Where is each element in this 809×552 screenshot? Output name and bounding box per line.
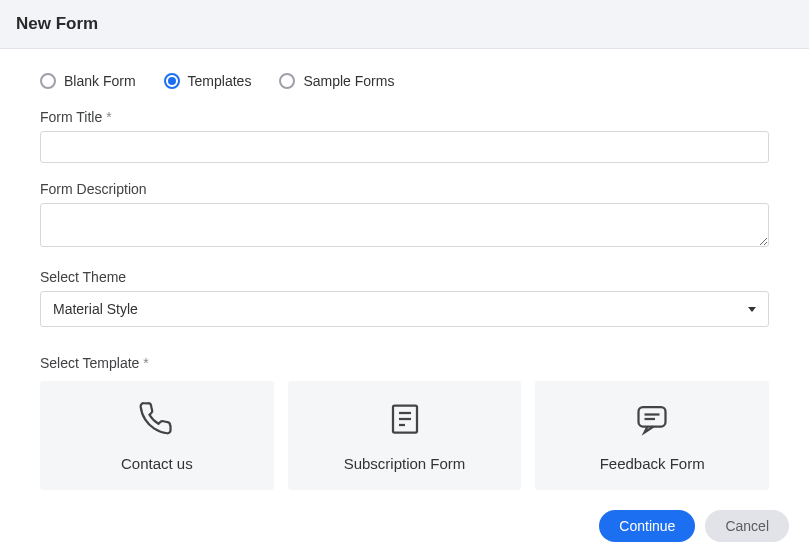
radio-label: Templates [188,73,252,89]
dialog-header: New Form [0,0,809,49]
radio-label: Sample Forms [303,73,394,89]
template-subscription-form[interactable]: Subscription Form [288,381,522,490]
template-feedback-form[interactable]: Feedback Form [535,381,769,490]
document-icon [387,401,423,437]
form-title-input[interactable] [40,131,769,163]
template-contact-us[interactable]: Contact us [40,381,274,490]
dialog-content: Blank Form Templates Sample Forms Form T… [0,49,809,500]
select-theme-value: Material Style [53,301,138,317]
radio-icon [279,73,295,89]
template-card-label: Feedback Form [600,455,705,472]
radio-label: Blank Form [64,73,136,89]
form-title-label: Form Title * [40,109,769,125]
select-theme-dropdown[interactable]: Material Style [40,291,769,327]
radio-sample-forms[interactable]: Sample Forms [279,73,394,89]
form-description-input[interactable] [40,203,769,247]
template-card-label: Contact us [121,455,193,472]
form-type-radios: Blank Form Templates Sample Forms [40,73,769,89]
chevron-down-icon [748,307,756,312]
template-cards: Contact us Subscription Form Feedback Fo… [40,381,769,490]
cancel-button[interactable]: Cancel [705,510,789,542]
dialog-title: New Form [16,14,98,33]
dialog-footer: Continue Cancel [599,510,789,542]
radio-templates[interactable]: Templates [164,73,252,89]
select-template-label: Select Template * [40,355,769,371]
chat-icon [634,401,670,437]
template-card-label: Subscription Form [344,455,466,472]
radio-blank-form[interactable]: Blank Form [40,73,136,89]
radio-icon [40,73,56,89]
continue-button[interactable]: Continue [599,510,695,542]
radio-dot-icon [168,77,176,85]
svg-rect-4 [639,407,666,427]
radio-icon [164,73,180,89]
select-theme-label: Select Theme [40,269,769,285]
phone-icon [139,401,175,437]
form-description-label: Form Description [40,181,769,197]
